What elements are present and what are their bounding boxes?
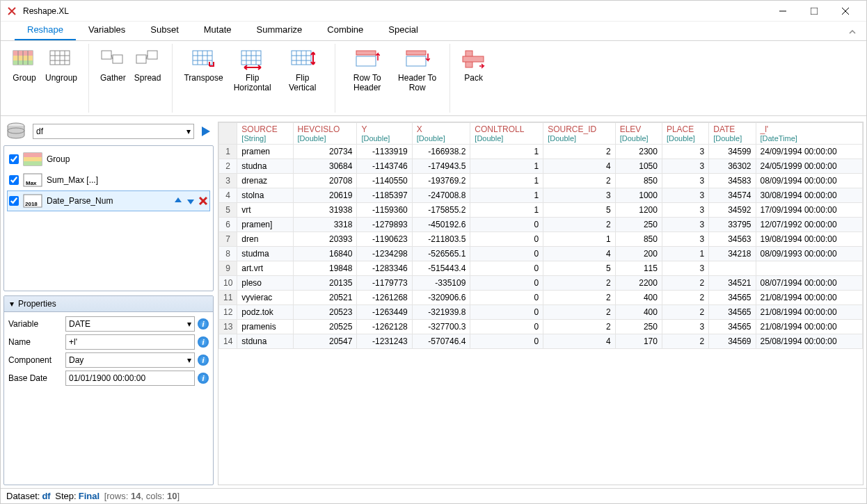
cell[interactable]: 34218 xyxy=(709,247,756,261)
cell[interactable]: 200 xyxy=(615,247,662,261)
cell[interactable]: 3 xyxy=(662,218,708,232)
info-icon[interactable]: i xyxy=(198,355,209,366)
tab-reshape[interactable]: Reshape xyxy=(15,20,76,40)
cell[interactable]: 34569 xyxy=(709,334,756,349)
cell[interactable]: 34563 xyxy=(709,232,756,247)
cell[interactable]: -335109 xyxy=(412,276,470,291)
cell[interactable]: pramen xyxy=(237,145,293,159)
collapse-ribbon-button[interactable] xyxy=(844,24,861,40)
cell[interactable]: -515443.4 xyxy=(412,261,470,276)
cell[interactable]: 34592 xyxy=(709,203,756,218)
prop-variable-select[interactable]: DATE▾ xyxy=(65,316,195,332)
cell[interactable]: 34599 xyxy=(709,145,756,159)
cell[interactable]: -166938.2 xyxy=(412,145,470,159)
step-checkbox[interactable] xyxy=(9,196,19,206)
cell[interactable]: 2 xyxy=(662,305,708,320)
cell[interactable]: 34521 xyxy=(709,276,756,291)
cell[interactable]: 25/08/1994 00:00:00 xyxy=(756,334,863,349)
cell[interactable]: 30/08/1994 00:00:00 xyxy=(756,188,863,203)
table-row[interactable]: 13pramenis20525-1262128-327700.302250334… xyxy=(219,320,863,334)
cell[interactable]: -1283346 xyxy=(357,261,412,276)
column-header[interactable]: HEVCISLO[Double] xyxy=(293,123,357,145)
cell[interactable]: 12/07/1992 00:00:00 xyxy=(756,218,863,232)
cell[interactable]: 33795 xyxy=(709,218,756,232)
cell[interactable]: 2 xyxy=(543,276,615,291)
column-header[interactable]: SOURCE_ID[Double] xyxy=(543,123,615,145)
cell[interactable]: 4 xyxy=(543,159,615,174)
table-row[interactable]: 7dren20393-1190623-211803.50185033456319… xyxy=(219,232,863,247)
cell[interactable]: 0 xyxy=(470,320,543,334)
cell[interactable]: 3 xyxy=(662,232,708,247)
tab-special[interactable]: Special xyxy=(376,20,431,40)
cell[interactable]: stduna xyxy=(237,334,293,349)
cell[interactable]: 5 xyxy=(543,261,615,276)
column-header[interactable]: ELEV[Double] xyxy=(615,123,662,145)
cell[interactable]: -320906.6 xyxy=(412,291,470,305)
cell[interactable]: 3 xyxy=(662,261,708,276)
cell[interactable]: studma xyxy=(237,247,293,261)
table-row[interactable]: 2studna30684-1143746-174943.514105033630… xyxy=(219,159,863,174)
cell[interactable]: 1 xyxy=(662,247,708,261)
ungroup-button[interactable]: Ungroup xyxy=(41,44,81,113)
column-header[interactable]: _l'[DateTime] xyxy=(756,123,863,145)
cell[interactable]: 3 xyxy=(543,188,615,203)
table-row[interactable]: 3drenaz20708-1140550-193769.212850334583… xyxy=(219,174,863,188)
cell[interactable]: pleso xyxy=(237,276,293,291)
rowtoheader-button[interactable]: Row To Header xyxy=(342,44,392,113)
cell[interactable]: 34565 xyxy=(709,320,756,334)
cell[interactable]: 2 xyxy=(662,334,708,349)
cell[interactable]: 5 xyxy=(543,203,615,218)
cell[interactable]: -321939.8 xyxy=(412,305,470,320)
cell[interactable]: pramen] xyxy=(237,218,293,232)
cell[interactable]: 17/09/1994 00:00:00 xyxy=(756,203,863,218)
cell[interactable]: -1190623 xyxy=(357,232,412,247)
cell[interactable]: 24/05/1999 00:00:00 xyxy=(756,159,863,174)
cell[interactable]: drenaz xyxy=(237,174,293,188)
step-checkbox[interactable] xyxy=(9,154,19,164)
cell[interactable]: 1 xyxy=(470,188,543,203)
data-grid[interactable]: SOURCE[String]HEVCISLO[Double]Y[Double]X… xyxy=(218,122,864,485)
table-row[interactable]: 8studma16840-1234298-526565.104200134218… xyxy=(219,247,863,261)
cell[interactable]: 0 xyxy=(470,232,543,247)
step-item[interactable]: Group xyxy=(7,149,210,170)
cell[interactable]: -1261268 xyxy=(357,291,412,305)
transpose-button[interactable]: Transpose xyxy=(180,44,227,113)
tab-summarize[interactable]: Summarize xyxy=(244,20,315,40)
cell[interactable]: -193769.2 xyxy=(412,174,470,188)
table-row[interactable]: 12podz.tok20523-1263449-321939.802400234… xyxy=(219,305,863,320)
maximize-button[interactable] xyxy=(798,1,829,22)
properties-header[interactable]: ▾ Properties xyxy=(4,296,213,312)
cell[interactable]: pramenis xyxy=(237,320,293,334)
cell[interactable]: -1185397 xyxy=(357,188,412,203)
gather-button[interactable]: Gather xyxy=(96,44,130,113)
column-header[interactable]: SOURCE[String] xyxy=(237,123,293,145)
cell[interactable]: 170 xyxy=(615,334,662,349)
cell[interactable]: 0 xyxy=(470,247,543,261)
cell[interactable]: 1000 xyxy=(615,188,662,203)
table-row[interactable]: 14stduna20547-1231243-570746.40417023456… xyxy=(219,334,863,349)
cell[interactable]: 34583 xyxy=(709,174,756,188)
cell[interactable] xyxy=(756,261,863,276)
cell[interactable]: -211803.5 xyxy=(412,232,470,247)
table-row[interactable]: 11vyvierac20521-1261268-320906.602400234… xyxy=(219,291,863,305)
column-header[interactable]: DATE[Double] xyxy=(709,123,756,145)
prop-basedate-input[interactable]: 01/01/1900 00:00:00 xyxy=(65,371,195,386)
cell[interactable]: 2 xyxy=(662,276,708,291)
cell[interactable]: 0 xyxy=(470,334,543,349)
cell[interactable]: 1 xyxy=(470,174,543,188)
table-row[interactable]: 9art.vrt19848-1283346-515443.4051153 xyxy=(219,261,863,276)
move-up-icon[interactable] xyxy=(173,196,183,206)
cell[interactable]: -327700.3 xyxy=(412,320,470,334)
run-button[interactable] xyxy=(198,124,214,139)
cell[interactable]: 20521 xyxy=(293,291,357,305)
cell[interactable]: 3 xyxy=(662,203,708,218)
cell[interactable]: art.vrt xyxy=(237,261,293,276)
cell[interactable]: -1234298 xyxy=(357,247,412,261)
cell[interactable]: 16840 xyxy=(293,247,357,261)
cell[interactable]: 3 xyxy=(662,188,708,203)
cell[interactable]: 08/07/1994 00:00:00 xyxy=(756,276,863,291)
cell[interactable]: 19848 xyxy=(293,261,357,276)
cell[interactable]: 2 xyxy=(543,305,615,320)
cell[interactable]: 3 xyxy=(662,159,708,174)
cell[interactable]: -570746.4 xyxy=(412,334,470,349)
